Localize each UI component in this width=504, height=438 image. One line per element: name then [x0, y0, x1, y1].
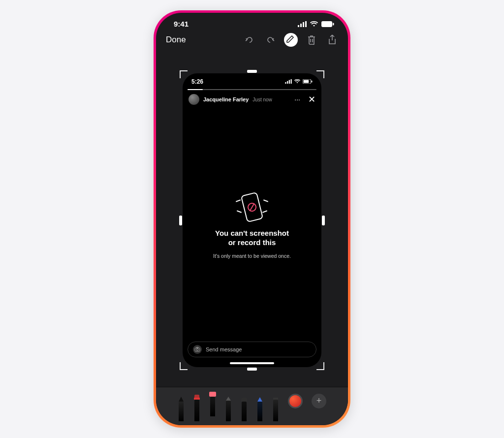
- captured-screenshot: 5:26 Jacqueline Farley Just now ··: [183, 73, 321, 367]
- eraser-tool[interactable]: [241, 393, 248, 421]
- status-icons-outer: [298, 21, 334, 27]
- svg-rect-0: [298, 25, 299, 27]
- svg-rect-4: [321, 21, 332, 27]
- cellular-icon: [285, 78, 292, 85]
- battery-icon: [321, 21, 334, 27]
- phone-frame: 9:41 Done: [154, 10, 350, 428]
- story-header: Jacqueline Farley Just now ··· ✕: [183, 90, 321, 109]
- markup-tool-tray: +: [156, 387, 348, 425]
- svg-rect-1: [300, 24, 302, 27]
- color-picker[interactable]: [288, 394, 303, 408]
- story-warning-subtitle: It's only meant to be viewed once.: [213, 253, 291, 259]
- share-button[interactable]: [325, 33, 339, 47]
- markup-toggle-button[interactable]: [284, 33, 298, 47]
- story-warning-title: You can't screenshot or record this: [215, 229, 289, 248]
- wifi-icon: [310, 21, 318, 27]
- markup-canvas[interactable]: 5:26 Jacqueline Farley Just now ··: [156, 51, 348, 387]
- svg-rect-3: [305, 21, 307, 27]
- close-icon: ✕: [308, 94, 315, 105]
- battery-icon: [303, 78, 313, 85]
- svg-rect-11: [304, 80, 309, 83]
- pencil-tool[interactable]: [225, 393, 232, 421]
- status-time-inner: 5:26: [191, 78, 203, 85]
- svg-rect-8: [289, 80, 290, 84]
- home-indicator: [230, 362, 274, 364]
- status-bar-outer: 9:41: [156, 13, 348, 31]
- delete-button[interactable]: [305, 33, 318, 47]
- story-progress-bar: [188, 89, 316, 90]
- highlighter-tool[interactable]: [209, 388, 216, 416]
- send-message-placeholder: Send message: [206, 346, 242, 352]
- svg-rect-9: [291, 79, 292, 84]
- redo-button[interactable]: [263, 33, 277, 47]
- status-time-outer: 9:41: [174, 20, 189, 28]
- crop-handle-bottom[interactable]: [247, 368, 257, 371]
- wifi-icon: [294, 78, 301, 85]
- crop-handle-tl[interactable]: [180, 70, 188, 78]
- crop-handle-top[interactable]: [247, 70, 257, 73]
- svg-rect-5: [333, 23, 334, 25]
- story-timestamp: Just now: [252, 97, 272, 102]
- marker-tool[interactable]: [193, 393, 200, 421]
- svg-rect-7: [287, 81, 288, 84]
- story-body: You can't screenshot or record this It's…: [183, 109, 321, 342]
- crop-handle-br[interactable]: [316, 362, 324, 370]
- phone-screen: 9:41 Done: [156, 13, 348, 425]
- crop-handle-left[interactable]: [179, 216, 182, 225]
- add-button[interactable]: +: [312, 394, 326, 408]
- svg-point-14: [196, 349, 198, 351]
- svg-rect-6: [285, 82, 286, 84]
- avatar: [189, 94, 199, 105]
- crop-handle-bl[interactable]: [180, 362, 188, 370]
- crop-frame[interactable]: 5:26 Jacqueline Farley Just now ··: [181, 71, 323, 369]
- more-icon: ···: [294, 95, 300, 103]
- crop-handle-tr[interactable]: [316, 70, 324, 78]
- done-button[interactable]: Done: [166, 35, 186, 45]
- send-message-field: Send message: [188, 342, 316, 357]
- markup-toolbar: Done: [156, 31, 348, 51]
- blocked-phone-icon: [240, 191, 264, 223]
- svg-rect-12: [312, 81, 313, 83]
- status-icons-inner: [285, 78, 313, 85]
- pen-tool[interactable]: [178, 393, 185, 421]
- camera-icon: [193, 345, 202, 354]
- lasso-tool[interactable]: [256, 393, 263, 421]
- undo-button[interactable]: [243, 33, 256, 47]
- crop-handle-right[interactable]: [322, 216, 325, 225]
- ruler-tool[interactable]: [272, 393, 279, 421]
- story-username: Jacqueline Farley: [203, 96, 249, 102]
- cellular-icon: [298, 21, 307, 27]
- status-bar-inner: 5:26: [183, 73, 321, 87]
- svg-rect-2: [303, 22, 304, 27]
